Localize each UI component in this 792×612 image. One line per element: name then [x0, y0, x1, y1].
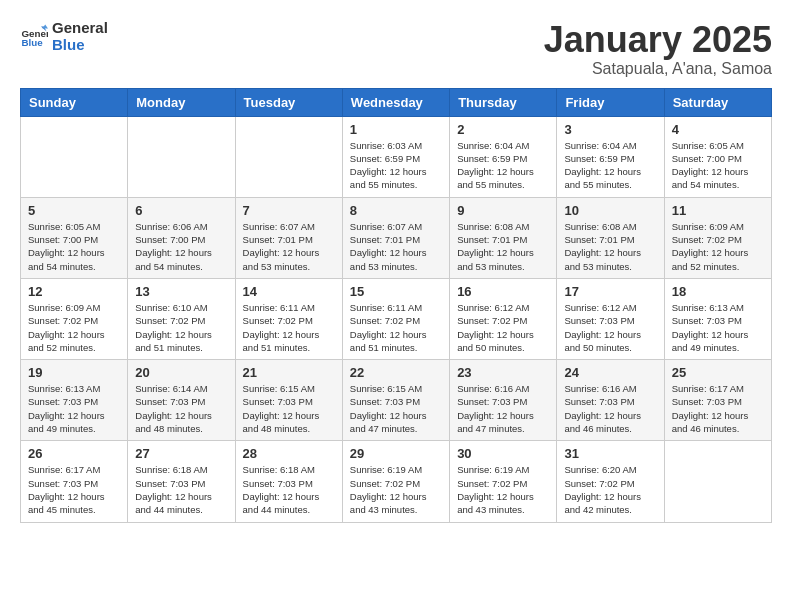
- location-title: Satapuala, A'ana, Samoa: [544, 60, 772, 78]
- day-cell: 13Sunrise: 6:10 AM Sunset: 7:02 PM Dayli…: [128, 278, 235, 359]
- day-cell: 9Sunrise: 6:08 AM Sunset: 7:01 PM Daylig…: [450, 197, 557, 278]
- day-cell: 12Sunrise: 6:09 AM Sunset: 7:02 PM Dayli…: [21, 278, 128, 359]
- day-number: 20: [135, 365, 227, 380]
- day-cell: 26Sunrise: 6:17 AM Sunset: 7:03 PM Dayli…: [21, 441, 128, 522]
- day-number: 12: [28, 284, 120, 299]
- day-cell: 3Sunrise: 6:04 AM Sunset: 6:59 PM Daylig…: [557, 116, 664, 197]
- day-number: 30: [457, 446, 549, 461]
- logo: General Blue General Blue: [20, 20, 108, 53]
- day-info: Sunrise: 6:16 AM Sunset: 7:03 PM Dayligh…: [564, 382, 656, 435]
- day-number: 19: [28, 365, 120, 380]
- day-cell: 17Sunrise: 6:12 AM Sunset: 7:03 PM Dayli…: [557, 278, 664, 359]
- day-info: Sunrise: 6:04 AM Sunset: 6:59 PM Dayligh…: [457, 139, 549, 192]
- day-number: 26: [28, 446, 120, 461]
- day-number: 13: [135, 284, 227, 299]
- day-info: Sunrise: 6:14 AM Sunset: 7:03 PM Dayligh…: [135, 382, 227, 435]
- day-number: 17: [564, 284, 656, 299]
- day-info: Sunrise: 6:10 AM Sunset: 7:02 PM Dayligh…: [135, 301, 227, 354]
- day-cell: 29Sunrise: 6:19 AM Sunset: 7:02 PM Dayli…: [342, 441, 449, 522]
- weekday-header-wednesday: Wednesday: [342, 88, 449, 116]
- day-number: 7: [243, 203, 335, 218]
- svg-text:Blue: Blue: [21, 37, 43, 48]
- day-info: Sunrise: 6:06 AM Sunset: 7:00 PM Dayligh…: [135, 220, 227, 273]
- day-number: 9: [457, 203, 549, 218]
- weekday-header-sunday: Sunday: [21, 88, 128, 116]
- day-cell: 11Sunrise: 6:09 AM Sunset: 7:02 PM Dayli…: [664, 197, 771, 278]
- day-cell: 25Sunrise: 6:17 AM Sunset: 7:03 PM Dayli…: [664, 360, 771, 441]
- day-cell: 14Sunrise: 6:11 AM Sunset: 7:02 PM Dayli…: [235, 278, 342, 359]
- day-cell: 7Sunrise: 6:07 AM Sunset: 7:01 PM Daylig…: [235, 197, 342, 278]
- week-row-1: 5Sunrise: 6:05 AM Sunset: 7:00 PM Daylig…: [21, 197, 772, 278]
- day-number: 29: [350, 446, 442, 461]
- day-cell: [128, 116, 235, 197]
- weekday-header-friday: Friday: [557, 88, 664, 116]
- title-area: January 2025 Satapuala, A'ana, Samoa: [544, 20, 772, 78]
- day-number: 18: [672, 284, 764, 299]
- calendar: SundayMondayTuesdayWednesdayThursdayFrid…: [20, 88, 772, 523]
- logo-blue-text: Blue: [52, 37, 108, 54]
- weekday-header-saturday: Saturday: [664, 88, 771, 116]
- weekday-header-tuesday: Tuesday: [235, 88, 342, 116]
- month-title: January 2025: [544, 20, 772, 60]
- header: General Blue General Blue January 2025 S…: [20, 20, 772, 78]
- day-info: Sunrise: 6:20 AM Sunset: 7:02 PM Dayligh…: [564, 463, 656, 516]
- day-number: 27: [135, 446, 227, 461]
- day-cell: 10Sunrise: 6:08 AM Sunset: 7:01 PM Dayli…: [557, 197, 664, 278]
- day-info: Sunrise: 6:12 AM Sunset: 7:02 PM Dayligh…: [457, 301, 549, 354]
- day-info: Sunrise: 6:13 AM Sunset: 7:03 PM Dayligh…: [672, 301, 764, 354]
- day-cell: 24Sunrise: 6:16 AM Sunset: 7:03 PM Dayli…: [557, 360, 664, 441]
- day-info: Sunrise: 6:19 AM Sunset: 7:02 PM Dayligh…: [350, 463, 442, 516]
- week-row-4: 26Sunrise: 6:17 AM Sunset: 7:03 PM Dayli…: [21, 441, 772, 522]
- day-info: Sunrise: 6:09 AM Sunset: 7:02 PM Dayligh…: [672, 220, 764, 273]
- day-cell: 27Sunrise: 6:18 AM Sunset: 7:03 PM Dayli…: [128, 441, 235, 522]
- day-cell: 4Sunrise: 6:05 AM Sunset: 7:00 PM Daylig…: [664, 116, 771, 197]
- day-info: Sunrise: 6:13 AM Sunset: 7:03 PM Dayligh…: [28, 382, 120, 435]
- day-cell: 30Sunrise: 6:19 AM Sunset: 7:02 PM Dayli…: [450, 441, 557, 522]
- day-cell: 31Sunrise: 6:20 AM Sunset: 7:02 PM Dayli…: [557, 441, 664, 522]
- day-cell: 8Sunrise: 6:07 AM Sunset: 7:01 PM Daylig…: [342, 197, 449, 278]
- day-info: Sunrise: 6:15 AM Sunset: 7:03 PM Dayligh…: [350, 382, 442, 435]
- day-number: 16: [457, 284, 549, 299]
- day-cell: 16Sunrise: 6:12 AM Sunset: 7:02 PM Dayli…: [450, 278, 557, 359]
- day-number: 11: [672, 203, 764, 218]
- day-cell: 6Sunrise: 6:06 AM Sunset: 7:00 PM Daylig…: [128, 197, 235, 278]
- weekday-header-monday: Monday: [128, 88, 235, 116]
- logo-icon: General Blue: [20, 23, 48, 51]
- day-info: Sunrise: 6:05 AM Sunset: 7:00 PM Dayligh…: [28, 220, 120, 273]
- day-number: 23: [457, 365, 549, 380]
- day-number: 8: [350, 203, 442, 218]
- day-info: Sunrise: 6:08 AM Sunset: 7:01 PM Dayligh…: [457, 220, 549, 273]
- day-info: Sunrise: 6:17 AM Sunset: 7:03 PM Dayligh…: [28, 463, 120, 516]
- day-info: Sunrise: 6:11 AM Sunset: 7:02 PM Dayligh…: [243, 301, 335, 354]
- day-info: Sunrise: 6:05 AM Sunset: 7:00 PM Dayligh…: [672, 139, 764, 192]
- logo-general-text: General: [52, 20, 108, 37]
- day-info: Sunrise: 6:15 AM Sunset: 7:03 PM Dayligh…: [243, 382, 335, 435]
- day-info: Sunrise: 6:08 AM Sunset: 7:01 PM Dayligh…: [564, 220, 656, 273]
- day-number: 24: [564, 365, 656, 380]
- day-info: Sunrise: 6:19 AM Sunset: 7:02 PM Dayligh…: [457, 463, 549, 516]
- day-number: 4: [672, 122, 764, 137]
- day-number: 28: [243, 446, 335, 461]
- day-cell: [235, 116, 342, 197]
- week-row-2: 12Sunrise: 6:09 AM Sunset: 7:02 PM Dayli…: [21, 278, 772, 359]
- day-number: 22: [350, 365, 442, 380]
- day-number: 21: [243, 365, 335, 380]
- day-number: 10: [564, 203, 656, 218]
- weekday-header-thursday: Thursday: [450, 88, 557, 116]
- day-number: 25: [672, 365, 764, 380]
- day-info: Sunrise: 6:17 AM Sunset: 7:03 PM Dayligh…: [672, 382, 764, 435]
- day-cell: 15Sunrise: 6:11 AM Sunset: 7:02 PM Dayli…: [342, 278, 449, 359]
- day-cell: 5Sunrise: 6:05 AM Sunset: 7:00 PM Daylig…: [21, 197, 128, 278]
- day-info: Sunrise: 6:18 AM Sunset: 7:03 PM Dayligh…: [135, 463, 227, 516]
- day-info: Sunrise: 6:07 AM Sunset: 7:01 PM Dayligh…: [350, 220, 442, 273]
- day-info: Sunrise: 6:07 AM Sunset: 7:01 PM Dayligh…: [243, 220, 335, 273]
- week-row-0: 1Sunrise: 6:03 AM Sunset: 6:59 PM Daylig…: [21, 116, 772, 197]
- day-number: 3: [564, 122, 656, 137]
- day-cell: 28Sunrise: 6:18 AM Sunset: 7:03 PM Dayli…: [235, 441, 342, 522]
- day-info: Sunrise: 6:16 AM Sunset: 7:03 PM Dayligh…: [457, 382, 549, 435]
- day-info: Sunrise: 6:12 AM Sunset: 7:03 PM Dayligh…: [564, 301, 656, 354]
- day-cell: 18Sunrise: 6:13 AM Sunset: 7:03 PM Dayli…: [664, 278, 771, 359]
- day-cell: 19Sunrise: 6:13 AM Sunset: 7:03 PM Dayli…: [21, 360, 128, 441]
- day-cell: 1Sunrise: 6:03 AM Sunset: 6:59 PM Daylig…: [342, 116, 449, 197]
- day-cell: 23Sunrise: 6:16 AM Sunset: 7:03 PM Dayli…: [450, 360, 557, 441]
